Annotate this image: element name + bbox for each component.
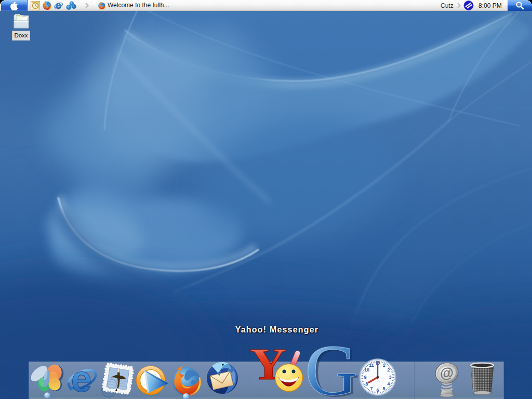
svg-text:7: 7 xyxy=(370,386,373,391)
svg-text:3: 3 xyxy=(389,375,391,380)
svg-text:@: @ xyxy=(439,365,454,382)
svg-text:G: G xyxy=(305,343,357,398)
svg-text:2: 2 xyxy=(387,367,390,373)
svg-text:6: 6 xyxy=(376,388,379,393)
svg-text:10: 10 xyxy=(364,367,369,373)
svg-text:1: 1 xyxy=(382,363,385,368)
svg-text:9: 9 xyxy=(364,375,366,380)
svg-text:5: 5 xyxy=(382,386,385,391)
svg-text:4: 4 xyxy=(387,381,390,387)
svg-text:11: 11 xyxy=(369,363,374,368)
svg-text:8: 8 xyxy=(365,381,368,387)
